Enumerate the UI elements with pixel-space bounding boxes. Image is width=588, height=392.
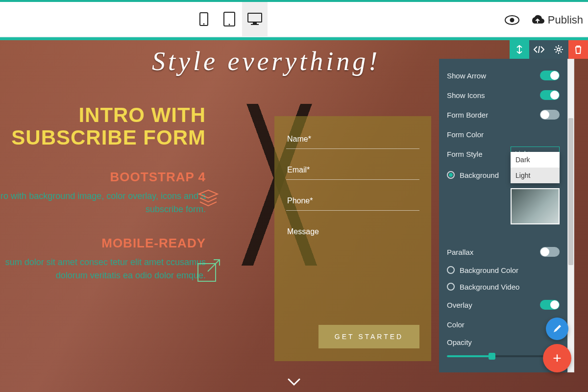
svg-rect-5 [253,23,257,24]
background-color-radio[interactable] [447,266,455,274]
code-icon [534,46,544,53]
show-icons-toggle[interactable] [540,90,560,100]
background-image-label: Background [460,171,499,179]
headline-line-2: SUBSCRIBE FORM [11,126,206,149]
phone-field[interactable]: Phone* [286,191,419,211]
form-style-option-light[interactable]: Light [511,168,560,183]
pencil-icon [552,324,562,334]
form-color-swatch[interactable] [548,128,560,140]
cloud-upload-icon [530,15,545,25]
preview-eye-icon[interactable] [505,15,519,25]
hero-copy: INTRO WITH SUBSCRIBE FORM BOOTSTRAP 4 ro… [0,104,225,282]
svg-point-8 [510,18,514,23]
plus-icon: + [553,350,562,367]
svg-point-1 [203,24,205,25]
show-arrow-label: Show Arrow [447,72,486,80]
device-switcher [191,2,268,36]
device-phone-button[interactable] [191,2,217,36]
move-block-button[interactable] [510,40,529,59]
form-border-label: Form Border [447,111,488,119]
trash-icon [574,45,582,54]
hero-headline[interactable]: INTRO WITH SUBSCRIBE FORM [0,104,206,149]
form-style-label: Form Style [447,150,483,158]
scroll-down-arrow-icon[interactable] [288,378,300,386]
show-icons-label: Show Icons [447,91,485,99]
publish-button[interactable]: Publish [530,14,583,26]
settings-button[interactable] [549,40,568,59]
gear-icon [554,45,564,54]
opacity-label: Opacity [447,338,472,346]
tablet-icon [223,12,235,26]
overlay-toggle[interactable] [540,300,560,310]
code-button[interactable] [529,40,549,59]
background-image-thumbnail[interactable] [511,188,560,224]
parallax-label: Parallax [447,248,473,256]
desktop-icon [247,13,262,25]
panel-scrollbar[interactable] [567,59,574,372]
background-image-radio[interactable] [447,171,455,179]
device-tablet-button[interactable] [217,2,242,36]
delete-block-button[interactable] [568,40,588,59]
get-started-button[interactable]: GET STARTED [318,325,419,348]
svg-rect-4 [248,13,262,22]
background-color-label: Background Color [460,266,518,274]
move-vertical-icon [515,45,523,54]
add-block-fab[interactable]: + [543,344,571,372]
show-arrow-toggle[interactable] [540,71,560,80]
feature-2-title[interactable]: MOBILE-READY [0,236,206,251]
name-field[interactable]: Name* [286,129,419,149]
form-border-toggle[interactable] [540,110,560,120]
svg-point-10 [557,48,560,51]
layers-icon [195,187,221,214]
overlay-color-label: Color [447,320,465,329]
top-toolbar: Publish [0,0,588,36]
svg-point-3 [229,24,230,25]
canvas: Style everything! INTRO WITH SUBSCRIBE F… [0,37,588,392]
publish-label: Publish [548,14,583,26]
overlay-label: Overlay [447,301,472,309]
smartphone-icon [199,12,208,26]
block-action-bar [510,40,588,59]
feature-2-text[interactable]: sum dolor sit amet consec tetur elit ame… [0,256,206,282]
form-style-option-dark[interactable]: Dark [511,152,560,168]
message-field[interactable]: Message [286,221,419,241]
parallax-toggle[interactable] [540,247,560,257]
annotation-overlay-text: Style everything! [152,46,380,76]
form-style-dropdown: Dark Light [511,152,560,183]
feature-1-text[interactable]: ro with background image, color overlay,… [0,190,206,216]
expand-icon [195,257,223,285]
email-field[interactable]: Email* [286,160,419,180]
svg-rect-6 [251,24,259,25]
background-video-label: Background Video [460,283,519,291]
feature-1-title[interactable]: BOOTSTRAP 4 [0,170,206,185]
headline-line-1: INTRO WITH [78,103,206,126]
hero-section[interactable]: Style everything! INTRO WITH SUBSCRIBE F… [0,40,588,392]
subscribe-form: Name* Email* Phone* Message GET STARTED [274,116,431,361]
form-color-label: Form Color [447,130,484,139]
edit-fab[interactable] [546,318,568,340]
device-desktop-button[interactable] [242,2,268,36]
background-video-radio[interactable] [447,283,455,291]
